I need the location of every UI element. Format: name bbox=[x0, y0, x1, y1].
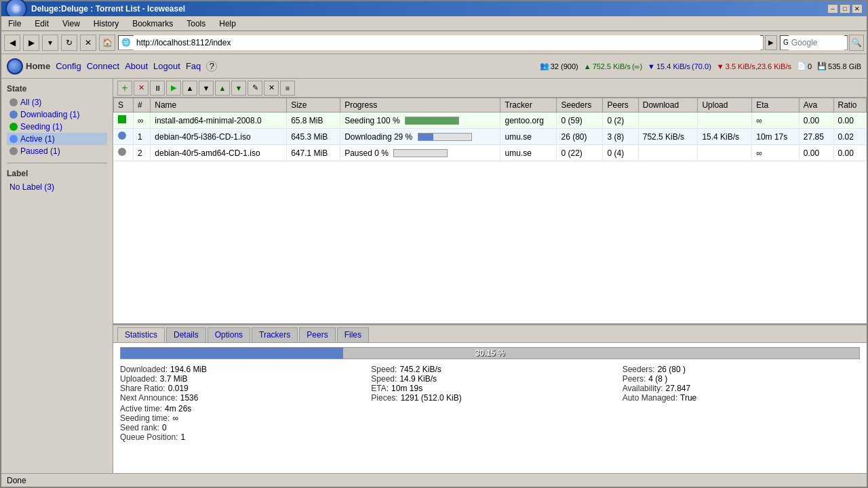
reload-button[interactable]: ↻ bbox=[61, 35, 77, 51]
uploaded-label: Uploaded: bbox=[120, 374, 157, 384]
paused-icon bbox=[9, 147, 18, 155]
stop-button[interactable]: ✕ bbox=[80, 35, 96, 51]
cell-size: 645.3 MiB bbox=[287, 129, 340, 145]
connect-link[interactable]: Connect bbox=[87, 61, 119, 71]
table-row[interactable]: 2 debian-40r5-amd64-CD-1.iso 647.1 MiB P… bbox=[114, 145, 867, 161]
menu-button[interactable]: ≡ bbox=[280, 81, 295, 96]
search-input[interactable] bbox=[789, 35, 844, 50]
menu-file[interactable]: File bbox=[4, 18, 25, 30]
location-icon: 🌐 bbox=[121, 38, 131, 47]
speed-up-value: 14.9 KiB/s bbox=[399, 374, 437, 384]
sidebar-item-downloading[interactable]: Downloading (1) bbox=[7, 108, 107, 121]
sidebar-item-seeding[interactable]: Seeding (1) bbox=[7, 121, 107, 133]
menu-edit[interactable]: Edit bbox=[31, 18, 53, 30]
tab-files[interactable]: Files bbox=[337, 327, 369, 342]
col-seeders[interactable]: Seeders bbox=[557, 98, 603, 113]
config-link[interactable]: Config bbox=[56, 61, 81, 71]
menu-tools[interactable]: Tools bbox=[182, 18, 210, 30]
table-row[interactable]: ∞ install-amd64-minimal-2008.0 65.8 MiB … bbox=[114, 113, 867, 129]
stats-col-3: Seeders: 26 (80 ) Peers: 4 (8 ) Availabi… bbox=[623, 365, 860, 403]
deluge-logo bbox=[7, 58, 23, 75]
stat-seeding-time: Seeding time: ∞ bbox=[120, 413, 357, 423]
url-input[interactable] bbox=[134, 35, 760, 50]
auto-managed-label: Auto Managed: bbox=[623, 393, 677, 403]
cell-upload bbox=[698, 145, 752, 161]
col-s[interactable]: S bbox=[114, 98, 134, 113]
move-up-button[interactable]: ▲ bbox=[182, 81, 197, 96]
col-eta[interactable]: Eta bbox=[752, 98, 800, 113]
clear-button[interactable]: ✕ bbox=[264, 81, 279, 96]
bottom-content: 30.15 % Downloaded: 194.6 MiB Uploaded: … bbox=[113, 343, 867, 473]
cell-ratio: 0.00 bbox=[833, 113, 866, 129]
col-progress[interactable]: Progress bbox=[340, 98, 500, 113]
seeding-time-value: ∞ bbox=[172, 413, 178, 423]
col-tracker[interactable]: Tracker bbox=[500, 98, 557, 113]
faq-link[interactable]: Faq bbox=[186, 61, 201, 71]
add-torrent-button[interactable]: + bbox=[117, 81, 132, 96]
stat-seed-rank: Seed rank: 0 bbox=[120, 423, 357, 432]
cell-size: 647.1 MiB bbox=[287, 145, 340, 161]
cell-tracker: umu.se bbox=[500, 145, 557, 161]
cell-size: 65.8 MiB bbox=[287, 113, 340, 129]
status-bar-top: 👥 32 (900) ▲ 752.5 KiB/s (∞) ▼ 15.4 KiB/… bbox=[540, 62, 861, 70]
forward-button[interactable]: ▶ bbox=[23, 35, 39, 51]
cell-ava: 27.85 bbox=[799, 129, 833, 145]
remove-torrent-button[interactable]: ✕ bbox=[134, 81, 149, 96]
move-top-button[interactable]: ▲ bbox=[215, 81, 230, 96]
history-dropdown-button[interactable]: ▾ bbox=[42, 35, 58, 51]
stat-pieces: Pieces: 1291 (512.0 KiB) bbox=[371, 393, 608, 403]
home-button[interactable]: 🏠 bbox=[99, 35, 115, 51]
table-row[interactable]: 1 debian-40r5-i386-CD-1.iso 645.3 MiB Do… bbox=[114, 129, 867, 145]
col-ava[interactable]: Ava bbox=[799, 98, 833, 113]
col-ratio[interactable]: Ratio bbox=[833, 98, 866, 113]
sidebar-item-all[interactable]: All (3) bbox=[7, 96, 107, 108]
nav-bar: ◀ ▶ ▾ ↻ ✕ 🏠 🌐 ▶ G 🔍 bbox=[1, 31, 867, 54]
resume-button[interactable]: ▶ bbox=[166, 81, 181, 96]
menu-help[interactable]: Help bbox=[215, 18, 240, 30]
search-button[interactable]: 🔍 bbox=[849, 35, 864, 51]
window-title: Deluge:Deluge : Torrent List - Iceweasel bbox=[31, 4, 185, 14]
col-size[interactable]: Size bbox=[287, 98, 340, 113]
col-download[interactable]: Download bbox=[638, 98, 698, 113]
col-upload[interactable]: Upload bbox=[698, 98, 752, 113]
move-bottom-button[interactable]: ▼ bbox=[231, 81, 246, 96]
home-link: Home bbox=[26, 61, 50, 71]
tab-options[interactable]: Options bbox=[208, 327, 250, 342]
tab-statistics[interactable]: Statistics bbox=[117, 327, 165, 342]
stat-share-ratio: Share Ratio: 0.019 bbox=[120, 384, 357, 393]
edit-button[interactable]: ✎ bbox=[248, 81, 262, 96]
col-peers[interactable]: Peers bbox=[603, 98, 638, 113]
move-down-button[interactable]: ▼ bbox=[199, 81, 214, 96]
cell-progress: Seeding 100 % bbox=[340, 113, 500, 129]
maximize-button[interactable]: □ bbox=[840, 4, 850, 14]
sidebar-item-active[interactable]: Active (1) bbox=[7, 133, 107, 145]
col-num[interactable]: # bbox=[133, 98, 150, 113]
pieces-label: Pieces: bbox=[371, 393, 397, 403]
peers-icon: 👥 bbox=[540, 62, 549, 70]
cell-tracker: gentoo.org bbox=[500, 113, 557, 129]
stat-uploaded: Uploaded: 3.7 MiB bbox=[120, 374, 357, 384]
tab-trackers[interactable]: Trackers bbox=[252, 327, 298, 342]
menu-view[interactable]: View bbox=[58, 18, 84, 30]
about-link[interactable]: About bbox=[125, 61, 148, 71]
back-button[interactable]: ◀ bbox=[4, 35, 20, 51]
speed-down-value: 745.2 KiB/s bbox=[399, 365, 441, 374]
all-icon bbox=[9, 98, 18, 106]
minimize-button[interactable]: – bbox=[827, 4, 838, 14]
tab-peers[interactable]: Peers bbox=[299, 327, 335, 342]
col-name[interactable]: Name bbox=[151, 98, 287, 113]
go-button[interactable]: ▶ bbox=[765, 35, 777, 50]
menu-bookmarks[interactable]: Bookmarks bbox=[128, 18, 177, 30]
uploaded-value: 3.7 MiB bbox=[160, 374, 188, 384]
tab-details[interactable]: Details bbox=[166, 327, 206, 342]
logout-link[interactable]: Logout bbox=[153, 61, 180, 71]
peers-value: 4 (8 ) bbox=[648, 374, 667, 384]
help-icon[interactable]: ? bbox=[206, 61, 217, 72]
menu-history[interactable]: History bbox=[90, 18, 123, 30]
sidebar-item-paused[interactable]: Paused (1) bbox=[7, 145, 107, 157]
sidebar-item-no-label[interactable]: No Label (3) bbox=[7, 181, 107, 193]
seeding-icon bbox=[9, 123, 18, 131]
close-button[interactable]: ✕ bbox=[852, 4, 863, 14]
eta-value: 10m 19s bbox=[391, 384, 422, 393]
pause-button[interactable]: ⏸ bbox=[150, 81, 165, 96]
